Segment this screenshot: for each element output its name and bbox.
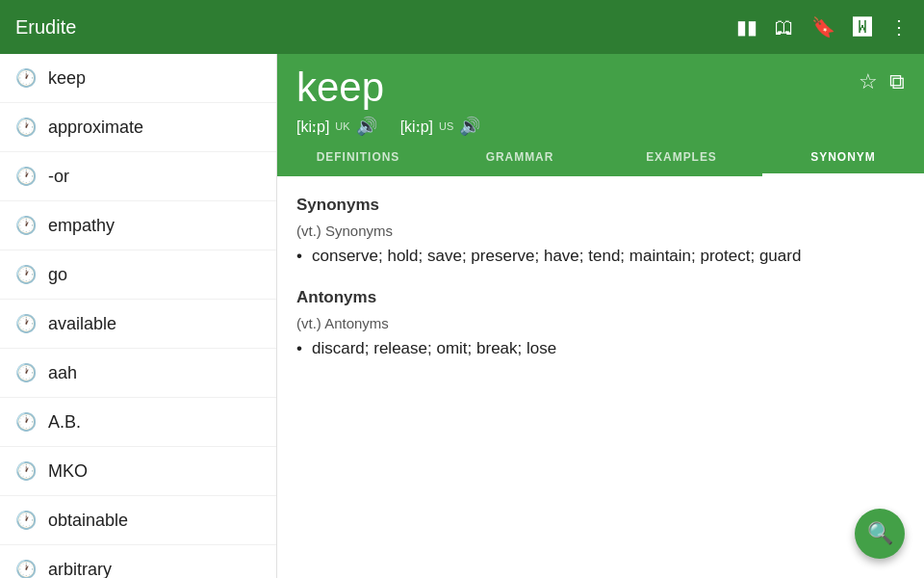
wordbook-icon[interactable]: 🆆 bbox=[853, 16, 872, 39]
pronunciations: [kiːp] UK 🔊 [kiːp] US 🔊 bbox=[296, 116, 905, 137]
history-icon-ab: 🕐 bbox=[15, 411, 37, 433]
antonyms-subsection: (vt.) Antonyms discard; release; omit; b… bbox=[296, 315, 905, 361]
sidebar-word-or: -or bbox=[48, 167, 69, 187]
tab-examples[interactable]: EXAMPLES bbox=[601, 137, 762, 176]
word-header: keep ☆ ⧉ [kiːp] UK 🔊 [kiːp] US 🔊 bbox=[277, 54, 924, 137]
tab-bar: DEFINITIONS GRAMMAR EXAMPLES SYNONYM bbox=[277, 137, 924, 176]
sidebar-word-aah: aah bbox=[48, 363, 77, 383]
history-icon-available: 🕐 bbox=[15, 313, 37, 334]
star-icon[interactable]: ☆ bbox=[859, 69, 878, 94]
app-title: Erudite bbox=[15, 16, 736, 39]
sidebar-item-or[interactable]: 🕐 -or bbox=[0, 152, 276, 201]
speaker-us-icon[interactable]: 🔊 bbox=[459, 116, 480, 137]
pronunciation-uk-locale: UK bbox=[335, 120, 349, 132]
pronunciation-us: [kiːp] US 🔊 bbox=[400, 116, 481, 137]
tab-definitions[interactable]: DEFINITIONS bbox=[277, 137, 439, 176]
sidebar-item-aah[interactable]: 🕐 aah bbox=[0, 349, 276, 398]
sidebar-word-go: go bbox=[48, 265, 67, 285]
body-content: Synonyms (vt.) Synonyms conserve; hold; … bbox=[277, 176, 924, 578]
sidebar-item-mko[interactable]: 🕐 MKO bbox=[0, 447, 276, 496]
flashcard-icon[interactable]: ▮▮ bbox=[736, 15, 757, 39]
sidebar-word-available: available bbox=[48, 314, 116, 334]
antonyms-vt-label: (vt.) Antonyms bbox=[296, 315, 905, 331]
synonyms-list: conserve; hold; save; preserve; have; te… bbox=[296, 243, 905, 269]
book-icon[interactable]: 🕮 bbox=[775, 16, 794, 39]
tab-synonym[interactable]: SYNONYM bbox=[762, 137, 924, 176]
sidebar-word-ab: A.B. bbox=[48, 412, 81, 433]
pronunciation-us-locale: US bbox=[439, 120, 453, 132]
history-icon-arbitrary: 🕐 bbox=[15, 559, 37, 578]
history-icon-keep: 🕐 bbox=[15, 67, 37, 89]
search-icon: 🔍 bbox=[867, 521, 893, 546]
history-icon-mko: 🕐 bbox=[15, 460, 37, 482]
word-header-actions: ☆ ⧉ bbox=[859, 66, 905, 94]
speaker-uk-icon[interactable]: 🔊 bbox=[356, 116, 377, 137]
pronunciation-us-text: [kiːp] bbox=[400, 118, 433, 136]
copy-icon[interactable]: ⧉ bbox=[889, 69, 905, 94]
sidebar-item-empathy[interactable]: 🕐 empathy bbox=[0, 201, 276, 250]
history-icon-approximate: 🕐 bbox=[15, 117, 37, 138]
sidebar-item-obtainable[interactable]: 🕐 obtainable bbox=[0, 496, 276, 545]
synonyms-subsection: (vt.) Synonyms conserve; hold; save; pre… bbox=[296, 223, 905, 269]
main-area: 🕐 keep 🕐 approximate 🕐 -or 🕐 empathy 🕐 g… bbox=[0, 54, 924, 578]
sidebar-word-arbitrary: arbitrary bbox=[48, 560, 112, 579]
bookmark-icon[interactable]: 🔖 bbox=[811, 15, 835, 39]
topbar-actions: ▮▮ 🕮 🔖 🆆 ⋮ bbox=[736, 15, 909, 39]
history-icon-or: 🕐 bbox=[15, 166, 37, 187]
antonyms-list: discard; release; omit; break; lose bbox=[296, 335, 905, 361]
sidebar-item-approximate[interactable]: 🕐 approximate bbox=[0, 103, 276, 152]
sidebar-word-obtainable: obtainable bbox=[48, 511, 128, 531]
sidebar-word-keep: keep bbox=[48, 68, 86, 89]
pronunciation-uk: [kiːp] UK 🔊 bbox=[296, 116, 377, 137]
sidebar: 🕐 keep 🕐 approximate 🕐 -or 🕐 empathy 🕐 g… bbox=[0, 54, 277, 578]
sidebar-word-empathy: empathy bbox=[48, 216, 115, 236]
word-header-top: keep ☆ ⧉ bbox=[296, 66, 905, 110]
content-panel: keep ☆ ⧉ [kiːp] UK 🔊 [kiːp] US 🔊 bbox=[277, 54, 924, 578]
history-icon-obtainable: 🕐 bbox=[15, 510, 37, 531]
sidebar-word-approximate: approximate bbox=[48, 118, 143, 138]
synonyms-vt-label: (vt.) Synonyms bbox=[296, 223, 905, 239]
history-icon-go: 🕐 bbox=[15, 264, 37, 285]
more-icon[interactable]: ⋮ bbox=[889, 15, 909, 39]
search-fab[interactable]: 🔍 bbox=[855, 509, 905, 559]
history-icon-aah: 🕐 bbox=[15, 362, 37, 383]
pronunciation-uk-text: [kiːp] bbox=[296, 118, 329, 136]
synonyms-heading: Synonyms bbox=[296, 196, 905, 215]
sidebar-item-arbitrary[interactable]: 🕐 arbitrary bbox=[0, 545, 276, 578]
history-icon-empathy: 🕐 bbox=[15, 215, 37, 236]
tab-grammar[interactable]: GRAMMAR bbox=[439, 137, 601, 176]
sidebar-item-ab[interactable]: 🕐 A.B. bbox=[0, 398, 276, 447]
sidebar-item-go[interactable]: 🕐 go bbox=[0, 250, 276, 300]
sidebar-item-available[interactable]: 🕐 available bbox=[0, 300, 276, 349]
topbar: Erudite ▮▮ 🕮 🔖 🆆 ⋮ bbox=[0, 0, 924, 54]
antonyms-heading: Antonyms bbox=[296, 288, 905, 307]
word-title: keep bbox=[296, 66, 384, 110]
sidebar-item-keep[interactable]: 🕐 keep bbox=[0, 54, 276, 103]
sidebar-word-mko: MKO bbox=[48, 461, 88, 482]
